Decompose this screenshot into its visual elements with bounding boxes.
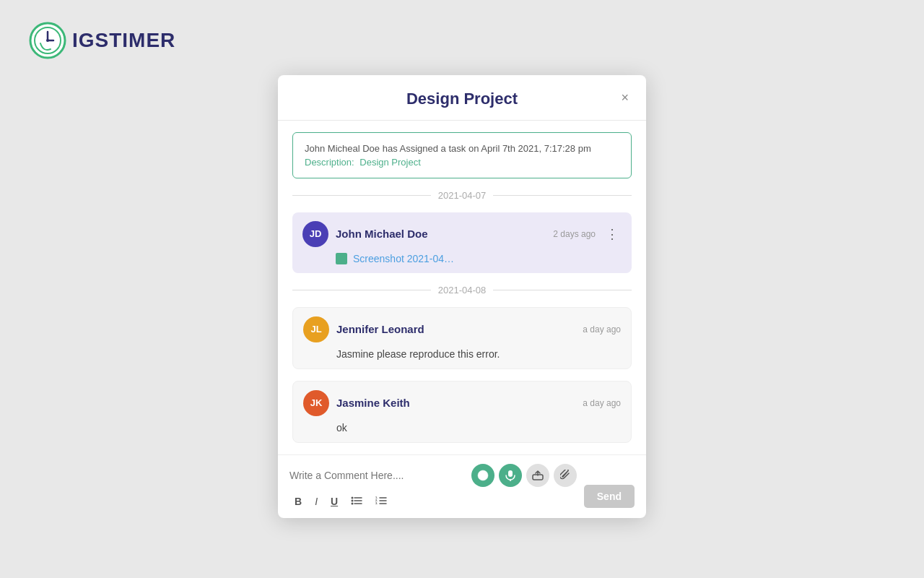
close-button[interactable]: × (618, 88, 632, 107)
comment-input-row (289, 464, 577, 487)
modal-title: Design Project (406, 90, 518, 108)
file-name-1: Screenshot 2021-04… (353, 253, 454, 264)
date-label-1: 2021-04-07 (438, 190, 487, 201)
comment-input[interactable] (289, 470, 466, 481)
comment-icons (471, 464, 577, 487)
bullet-list-button[interactable] (346, 493, 367, 511)
desc-value: Design Project (359, 157, 421, 168)
message-header-2: JL Jennifer Leonard a day ago (303, 316, 621, 342)
date-divider-1: 2021-04-07 (292, 190, 632, 201)
underline-button[interactable]: U (326, 493, 343, 510)
message-more-1[interactable]: ⋮ (603, 226, 622, 242)
modal-overlay: Design Project × John Micheal Doe has As… (0, 0, 924, 578)
svg-point-9 (352, 496, 354, 499)
comment-input-wrapper: B I U (289, 464, 577, 511)
message-bubble-2: JL Jennifer Leonard a day ago Jasmine pl… (292, 307, 632, 369)
message-meta-1: John Michael Doe 2 days ago (336, 228, 596, 240)
message-meta-2: Jennifer Leonard a day ago (336, 323, 621, 335)
italic-button[interactable]: I (310, 493, 323, 510)
desc-label: Description: (305, 157, 354, 168)
file-link-1[interactable]: Screenshot 2021-04… (336, 253, 622, 264)
send-button[interactable]: Send (584, 485, 635, 508)
comment-bottom: B I U (289, 464, 635, 511)
grammarly-icon-button[interactable] (471, 464, 494, 487)
modal-body: John Micheal Doe has Assigned a task on … (278, 121, 646, 454)
assignment-box: John Micheal Doe has Assigned a task on … (292, 132, 632, 178)
date-label-2: 2021-04-08 (438, 285, 487, 296)
avatar-jl: JL (303, 316, 329, 342)
svg-point-11 (352, 502, 354, 504)
mic-icon-button[interactable] (499, 464, 522, 487)
message-bubble-3: JK Jasmine Keith a day ago ok (292, 381, 632, 443)
avatar-jk: JK (303, 390, 329, 416)
assignment-line1: John Micheal Doe has Assigned a task on … (305, 143, 619, 154)
avatar-jd: JD (302, 221, 328, 247)
message-header-3: JK Jasmine Keith a day ago (303, 390, 621, 416)
message-header-1: JD John Michael Doe 2 days ago ⋮ (302, 221, 622, 247)
bold-button[interactable]: B (289, 493, 307, 510)
message-content-2: Jasmine please reproduce this error. (303, 348, 621, 360)
toolbar-row: B I U (289, 493, 577, 511)
message-name-2: Jennifer Leonard (336, 323, 424, 335)
attachment-icon-button[interactable] (554, 464, 577, 487)
message-name-3: Jasmine Keith (336, 397, 410, 409)
message-time-2: a day ago (583, 324, 621, 335)
comment-area: B I U (278, 454, 646, 518)
message-bubble-1: JD John Michael Doe 2 days ago ⋮ Screens… (292, 212, 632, 273)
svg-text:3.: 3. (375, 501, 378, 505)
message-meta-3: Jasmine Keith a day ago (336, 397, 621, 409)
message-time-3: a day ago (583, 398, 621, 408)
upload-icon-button[interactable] (526, 464, 549, 487)
date-divider-2: 2021-04-08 (292, 285, 632, 296)
svg-rect-6 (508, 470, 513, 477)
file-icon (336, 253, 347, 264)
svg-point-10 (352, 499, 354, 501)
modal: Design Project × John Micheal Doe has As… (278, 75, 646, 518)
message-content-3: ok (303, 422, 621, 434)
message-content-1: Screenshot 2021-04… (302, 253, 622, 264)
message-name-1: John Michael Doe (336, 228, 428, 240)
message-time-1: 2 days ago (553, 229, 596, 239)
assignment-line2: Description: Design Project (305, 157, 619, 168)
numbered-list-button[interactable]: 1. 2. 3. (370, 493, 392, 511)
modal-header: Design Project × (278, 75, 646, 121)
